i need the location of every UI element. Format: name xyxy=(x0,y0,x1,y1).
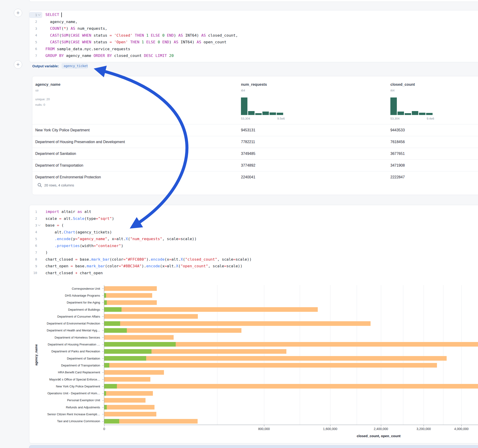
table-header: agency_namestrunique: 20nulls: 0num_requ… xyxy=(32,76,478,124)
bar-open xyxy=(104,405,107,410)
bar-closed xyxy=(104,391,153,396)
code-text[interactable]: CAST(SUM(CASE WHEN status = 'Open' THEN … xyxy=(45,40,226,44)
chart-bar-row xyxy=(104,320,478,327)
chart-bar-row xyxy=(104,341,478,348)
x-tick-label: 1,600,000 xyxy=(323,427,337,431)
table-cell: Department of Transportation xyxy=(35,160,83,171)
bar-open xyxy=(104,419,119,423)
table-summary: 20 rows, 4 columns xyxy=(44,183,74,187)
bar-open xyxy=(104,300,107,305)
chart-bar-row xyxy=(104,306,478,313)
table-cell: 3471908 xyxy=(390,160,405,171)
chart-y-label: Department of Sanitation xyxy=(29,355,102,362)
table-cell: Department of Housing Preservation and D… xyxy=(35,136,125,148)
code-text[interactable]: GROUP BY agency_name ORDER BY closed_cou… xyxy=(45,53,174,58)
collapse-chevron-icon[interactable] xyxy=(37,223,41,227)
bar-closed xyxy=(104,405,155,410)
column-header[interactable]: num_requests xyxy=(241,82,267,87)
search-icon[interactable] xyxy=(37,183,42,187)
bar-open xyxy=(104,307,121,312)
chart-y-axis-title: agency_name xyxy=(34,285,38,425)
chart-bar-row xyxy=(104,327,478,334)
chart-y-label: Refunds and Adjustments xyxy=(29,404,102,411)
table-cell: 2222847 xyxy=(390,171,405,183)
sql-code-editor[interactable]: 1SELECT2 agency_name,3 COUNT(*) AS num_r… xyxy=(29,12,478,59)
code-line: 1SELECT xyxy=(29,12,478,19)
column-header[interactable]: agency_name xyxy=(35,82,60,87)
code-text[interactable]: SELECT xyxy=(45,12,62,17)
bar-closed xyxy=(104,293,152,298)
bar-closed xyxy=(104,307,318,312)
column-header[interactable]: closed_count xyxy=(390,82,415,87)
code-text[interactable]: FROM sample_data.nyc.service_requests xyxy=(45,47,130,51)
line-number: 6 xyxy=(31,244,37,248)
add-cell-button[interactable]: + xyxy=(14,60,22,69)
code-line: 8chart_closed = base.mark_bar(color="#FF… xyxy=(29,256,478,263)
add-cell-button[interactable]: + xyxy=(14,9,22,17)
code-line: 1import altair as alt xyxy=(29,208,478,215)
code-line: 7) xyxy=(29,249,478,256)
collapse-chevron-icon[interactable] xyxy=(37,13,41,17)
code-line: 3 COUNT(*) AS num_requests, xyxy=(29,25,478,32)
x-tick-label: 2,400,000 xyxy=(374,427,388,431)
code-text[interactable]: CAST(SUM(CASE WHEN status = 'Closed' THE… xyxy=(45,33,238,37)
code-text[interactable]: chart_closed = base.mark_bar(color="#FFC… xyxy=(45,257,252,261)
bar-closed xyxy=(104,384,478,389)
chart-y-label: Operations Unit - Department of Hom… xyxy=(29,390,102,397)
chart-y-label: Department of Parks and Recreation xyxy=(29,348,102,355)
bar-open xyxy=(104,363,109,367)
code-text[interactable]: import altair as alt xyxy=(45,210,91,214)
bar-closed xyxy=(104,335,174,340)
line-number: 3 xyxy=(31,224,37,227)
table-cell: 3774892 xyxy=(241,160,255,171)
line-gutter: 6 xyxy=(29,243,42,249)
bar-open xyxy=(104,321,120,326)
table-row: Department of Sanitation37494853677651 xyxy=(32,148,478,160)
table-cell: 7618456 xyxy=(390,136,405,148)
x-tick-mark xyxy=(381,425,381,426)
code-text[interactable]: .encode(y="agency_name", x=alt.X("num_re… xyxy=(45,237,197,241)
line-gutter: 7 xyxy=(29,53,42,59)
line-number: 8 xyxy=(31,257,37,261)
python-cell: 1import altair as alt2scale = alt.Scale(… xyxy=(29,205,478,443)
chart-y-label: Department of Housing Preservation … xyxy=(29,341,102,348)
code-text[interactable]: scale = alt.Scale(type="sqrt") xyxy=(45,216,114,221)
chart-y-label: Correspondence Unit xyxy=(29,285,102,292)
chart-y-label: Department of Buildings xyxy=(29,306,102,313)
previous-cell-bottom-edge xyxy=(29,0,478,2)
chart-bar-row xyxy=(104,348,478,355)
chart-bar-row xyxy=(104,362,478,369)
column-type: i64 xyxy=(390,89,395,92)
output-variable-row: Output variable: agency_tickets xyxy=(32,63,88,69)
code-text[interactable]: ) xyxy=(45,250,48,255)
code-text[interactable]: .properties(width="container") xyxy=(45,244,123,248)
table-cell: Department of Environmental Protection xyxy=(35,171,101,183)
bar-closed xyxy=(104,300,157,305)
chart-y-label: Department of Health and Mental Hyg… xyxy=(29,327,102,334)
table-cell: 3677651 xyxy=(390,148,405,159)
code-text[interactable]: chart_open = base.mark_bar(color="#8BC34… xyxy=(45,264,242,268)
chart-y-label: New York City Police Department xyxy=(29,383,102,390)
code-line: 5 CAST(SUM(CASE WHEN status = 'Open' THE… xyxy=(29,39,478,46)
chart-y-label: Department of Consumer Affairs xyxy=(29,313,102,320)
column-meta: nulls: 0 xyxy=(35,103,45,106)
line-gutter: 10 xyxy=(29,270,42,276)
python-code-editor[interactable]: 1import altair as alt2scale = alt.Scale(… xyxy=(29,208,478,276)
chart-y-label: Department for the Aging xyxy=(29,299,102,306)
code-text[interactable]: alt.Chart(agency_tickets) xyxy=(45,230,112,234)
chart-bar-row xyxy=(104,411,478,417)
line-gutter: 6 xyxy=(29,46,42,52)
code-text[interactable]: agency_name, xyxy=(45,20,77,24)
x-tick-label: 800,000 xyxy=(258,427,270,431)
line-number: 7 xyxy=(31,54,37,58)
line-gutter: 4 xyxy=(29,32,42,38)
line-number: 5 xyxy=(31,40,37,44)
code-text[interactable]: COUNT(*) AS num_requests, xyxy=(45,26,107,31)
code-text[interactable]: chart_closed + chart_open xyxy=(45,271,103,275)
table-cell: 7782211 xyxy=(241,136,255,148)
line-number: 6 xyxy=(31,47,37,51)
code-text[interactable]: base = ( xyxy=(45,223,64,227)
bar-closed xyxy=(104,314,198,319)
code-line: 2 agency_name, xyxy=(29,19,478,25)
output-variable-chip[interactable]: agency_tickets xyxy=(62,63,88,69)
